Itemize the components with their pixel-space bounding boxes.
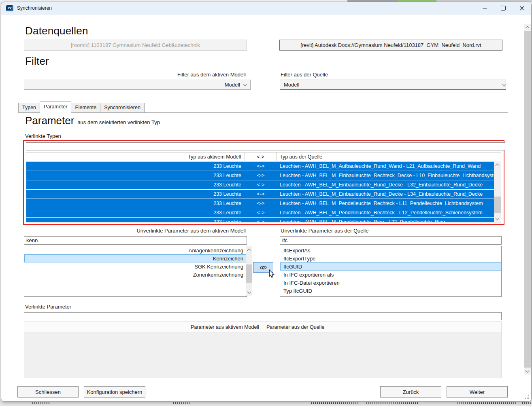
app-icon: rx [6,5,13,11]
parameter-heading: Parameteraus dem selektierten verlinkten… [25,114,160,127]
filter-heading: Filter [25,55,49,68]
mouse-cursor [268,269,275,280]
filter-active-model-value: Modell [225,82,240,88]
table-cell: <-> [245,199,277,208]
synchronisieren-window: rx Synchronisieren × Datenquellen [roomi… [1,2,532,402]
typen-table-row[interactable]: 233 Leuchte<->Leuchten - AWH_BEL_M_Pende… [26,199,501,208]
table-header: Parameter aus aktivem Modell Parameter a… [24,322,501,332]
table-cell: Leuchten - AWH_BEL_M_Einbauleuchte_Rund_… [277,190,501,199]
scrollbar-thumb[interactable] [524,31,531,368]
list-item[interactable]: Anlagenkennzeichnung [24,246,247,254]
column-header-model[interactable]: Typ aus aktivem Modell [26,152,245,161]
scrollbar-thumb[interactable] [494,197,501,213]
filter-source-value: Modell [284,82,299,88]
save-configuration-button[interactable]: Konfiguration speichern [84,386,145,398]
tab-strip: TypenParameterElementeSynchronisieren [18,101,508,113]
source-list-scrollbar[interactable] [246,246,252,296]
table-cell: 233 Leuchte [26,208,245,217]
filter-source-dropdown[interactable]: Modell [280,80,506,90]
table-cell: <-> [245,218,277,222]
typen-table-row[interactable]: 233 Leuchte<->Leuchten - AWH_BEL_M_Pende… [26,218,501,222]
table-cell: Leuchten - AWH_BEL_M_Pendelleuchte_Recht… [277,199,501,208]
list-item[interactable]: Zonenkennzeichnung [24,271,247,279]
list-item[interactable]: IfcExportType [280,254,501,262]
verlinkte-parameter-label: Verlinkte Parameter [25,304,71,310]
parameter-heading-text: Parameter [25,114,74,127]
list-item[interactable]: Typ IfcGUID [280,287,501,295]
tab-synchronisieren[interactable]: Synchronisieren [100,103,145,112]
filter-source-label: Filter aus der Quelle [281,72,328,78]
close-dialog-button[interactable]: Schliessen [17,386,79,398]
filter-active-model-dropdown[interactable]: Modell [24,80,251,90]
minimize-icon [483,8,487,8]
active-model-source-field[interactable]: [roomix] 1103187 Gymnasium Neufeld Gebäu… [24,40,247,51]
table-cell: Leuchten - AWH_BEL_M_Einbauleuchte_Rund_… [277,180,501,189]
typen-table-row[interactable]: 233 Leuchte<->Leuchten - AWH_BEL_M_Einba… [26,171,501,180]
table-cell: 233 Leuchte [26,218,245,222]
table-cell: 233 Leuchte [26,199,245,208]
tab-parameter[interactable]: Parameter [40,101,71,113]
maximize-button[interactable] [494,2,513,14]
verlinkte-typen-body: 233 Leuchte<->Leuchten - AWH_BEL_M_Aufba… [26,162,501,222]
list-item[interactable]: In IFC-Datei exportieren [280,279,501,287]
column-header-source[interactable]: Typ aus der Quelle [277,152,501,161]
datenquellen-heading: Datenquellen [25,25,88,37]
table-cell: Leuchten - AWH_BEL_M_Pendelleuchte_Ring … [277,218,501,222]
resize-grip-icon[interactable] [524,394,529,399]
table-cell: 233 Leuchte [26,190,245,199]
unverlinkte-source-label: Unverlinkte Parameter aus der Quelle [281,228,369,234]
scroll-up-icon[interactable] [246,246,252,253]
table-cell: 233 Leuchte [26,180,245,189]
scroll-down-icon[interactable] [494,215,501,222]
verlinkte-parameter-filter-input[interactable] [24,312,502,320]
column-header-model-parameter[interactable]: Parameter aus aktivem Modell [24,322,263,332]
table-cell: <-> [245,180,277,189]
model-parameter-filter-input[interactable] [24,236,247,245]
typen-table-row[interactable]: 233 Leuchte<->Leuchten - AWH_BEL_M_Einba… [26,180,501,190]
source-parameter-filter-input[interactable] [280,236,502,245]
list-item[interactable]: Kennzeichen [24,254,247,262]
next-button[interactable]: Weiter [447,386,508,398]
chevron-down-icon [244,82,247,88]
background-text-fragment [32,402,51,404]
table-cell: <-> [245,162,277,171]
table-cell: <-> [245,208,277,217]
verlinkte-parameter-body [24,332,501,378]
filter-active-model-label: Filter aus dem aktiven Modell [24,72,246,78]
table-cell: Leuchten - AWH_BEL_M_Pendelleuchte_Recht… [277,208,501,217]
verlinkte-typen-label: Verlinkte Typen [25,133,61,139]
list-item[interactable]: In IFC exportieren als [280,271,501,279]
tab-typen[interactable]: Typen [18,103,40,112]
back-button[interactable]: Zurück [380,386,441,398]
close-button[interactable]: × [513,2,531,14]
table-cell: Leuchten - AWH_BEL_M_Einbauleuchte_Recht… [277,171,501,180]
maximize-icon [501,6,506,11]
scroll-up-icon[interactable] [524,24,531,31]
unverlinkte-model-list: AnlagenkennzeichnungKennzeichenSGK Kennz… [24,246,247,297]
unverlinkte-source-list: IfcExportAsIfcExportTypeIfcGUIDIn IFC ex… [280,246,502,297]
window-scrollbar[interactable] [524,24,531,374]
column-header-source-parameter[interactable]: Parameter aus der Quelle [263,322,501,332]
tab-elemente[interactable]: Elemente [71,103,100,112]
unverlinkte-model-label: Unverlinkte Parameter aus dem aktiven Mo… [24,228,246,234]
table-cell: 233 Leuchte [26,171,245,180]
typen-table-row[interactable]: 233 Leuchte<->Leuchten - AWH_BEL_M_Aufba… [26,162,501,171]
list-item[interactable]: SGK Kennzeichnung [24,262,247,271]
scroll-down-icon[interactable] [246,289,252,296]
chevron-down-icon [503,82,506,88]
scroll-down-icon[interactable] [524,368,531,374]
scroll-up-icon[interactable] [494,161,501,168]
minimize-button[interactable] [475,2,494,14]
typen-table-scrollbar[interactable] [494,161,501,222]
verlinkte-typen-filter-input[interactable] [26,142,505,150]
verlinkte-typen-highlight: Typ aus aktivem Modell <-> Typ aus der Q… [23,140,504,225]
title-bar[interactable]: rx Synchronisieren × [1,2,531,15]
revit-source-field[interactable]: [revit] Autodesk Docs://Gymnasium Neufel… [279,40,502,51]
typen-table-row[interactable]: 233 Leuchte<->Leuchten - AWH_BEL_M_Einba… [26,190,501,199]
column-header-link[interactable]: <-> [245,152,277,161]
list-item[interactable]: IfcExportAs [280,246,501,254]
list-item[interactable]: IfcGUID [280,262,501,271]
verlinkte-parameter-table: Parameter aus aktivem Modell Parameter a… [24,321,502,378]
typen-table-row[interactable]: 233 Leuchte<->Leuchten - AWH_BEL_M_Pende… [26,208,501,218]
scrollbar-thumb[interactable] [246,264,252,283]
